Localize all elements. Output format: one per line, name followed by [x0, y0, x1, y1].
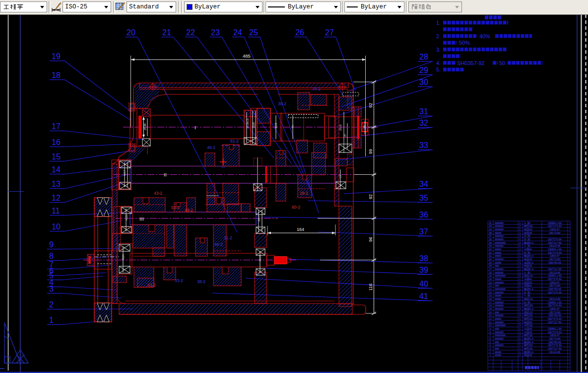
svg-text:85: 85 [363, 125, 366, 128]
svg-text:38: 38 [489, 231, 492, 234]
svg-text:6: 6 [520, 284, 521, 287]
svg-text:2: 2 [520, 224, 521, 227]
svg-text:1: 1 [520, 347, 521, 350]
svg-text:WWWW: WWWW [495, 244, 504, 247]
svg-text:50%.: 50%. [459, 40, 471, 46]
svg-text:38: 38 [419, 254, 428, 263]
svg-text:12: 12 [489, 317, 492, 320]
svg-text:16: 16 [489, 304, 492, 307]
svg-text:15: 15 [489, 307, 492, 310]
svg-text:99: 99 [368, 149, 373, 154]
svg-text:45: 45 [523, 264, 526, 267]
svg-text:4: 4 [490, 344, 491, 347]
svg-text:4: 4 [520, 314, 521, 317]
svg-text:33-2: 33-2 [175, 278, 183, 283]
svg-text:2530: 2530 [252, 122, 255, 128]
svg-text:45: 45 [523, 241, 526, 244]
svg-text:WWW: WWW [495, 248, 502, 251]
svg-text:4020: 4020 [125, 215, 128, 221]
svg-text:GB93-87: GB93-87 [550, 254, 560, 257]
svg-text:6: 6 [520, 238, 521, 241]
svg-text:45: 45 [523, 268, 526, 271]
svg-text:5: 5 [490, 341, 491, 344]
svg-text:46: 46 [523, 258, 526, 261]
svg-text:28-2: 28-2 [300, 191, 308, 196]
svg-text:46: 46 [523, 228, 526, 231]
svg-text:1: 1 [49, 316, 54, 324]
svg-text:25: 25 [489, 274, 492, 277]
svg-text:4: 4 [520, 241, 521, 244]
svg-text:WWWW: WWWW [495, 222, 504, 224]
svg-text:4: 4 [524, 261, 526, 264]
svg-text:WWWW: WWWW [495, 291, 504, 294]
svg-text:WWW: WWW [495, 298, 502, 300]
svg-text:WWWW: WWWW [495, 321, 504, 324]
svg-text:1: 1 [520, 321, 521, 324]
svg-text:25: 25 [523, 337, 526, 340]
svg-text:WW: WW [495, 284, 499, 287]
svg-text:30: 30 [419, 78, 428, 86]
svg-text:31: 31 [419, 107, 428, 116]
svg-text:WWWW: WWWW [495, 268, 504, 271]
svg-text:46-2: 46-2 [214, 242, 223, 247]
svg-text:GB/T276-84: GB/T276-84 [548, 251, 562, 254]
svg-text:20: 20 [343, 134, 346, 137]
svg-text:32: 32 [489, 251, 492, 254]
svg-text:Q235: Q235 [526, 264, 532, 267]
svg-text:GB/T276-84: GB/T276-84 [548, 278, 562, 281]
svg-text:45: 45 [523, 354, 526, 357]
svg-text:13: 13 [489, 314, 492, 317]
svg-text:1: 1 [520, 341, 521, 344]
svg-text:WWW: WWW [495, 351, 502, 354]
svg-text:GB894.1-86: GB894.1-86 [548, 248, 562, 251]
svg-text:24: 24 [233, 28, 242, 37]
svg-text:37: 37 [489, 234, 492, 237]
svg-text:25: 25 [523, 298, 526, 300]
svg-text:31: 31 [489, 254, 492, 257]
svg-text:2530: 2530 [143, 123, 146, 130]
svg-text:39: 39 [419, 266, 428, 274]
svg-text:65Mn: 65Mn [526, 278, 532, 281]
svg-text:I: I [195, 125, 196, 130]
svg-text:M25: M25 [274, 123, 277, 128]
svg-text:36: 36 [419, 211, 428, 219]
svg-text:1: 1 [520, 301, 521, 304]
svg-text:2: 2 [520, 264, 521, 267]
svg-text:6: 6 [520, 337, 521, 340]
svg-text:WWWWW: WWWWW [495, 241, 506, 244]
svg-text:25: 25 [523, 304, 526, 307]
svg-text:GB5783-86: GB5783-86 [548, 314, 561, 317]
svg-text:45: 45 [527, 251, 530, 254]
svg-text:36: 36 [489, 238, 492, 241]
svg-text:4: 4 [524, 271, 526, 274]
svg-text:40: 40 [419, 280, 428, 288]
svg-text:65Mn: 65Mn [526, 284, 532, 287]
svg-text:20: 20 [127, 28, 135, 37]
svg-text:II: II [164, 172, 167, 177]
svg-text:14: 14 [489, 311, 492, 314]
svg-text:21: 21 [489, 288, 492, 291]
svg-text:20: 20 [489, 291, 492, 294]
svg-text:GB894.1-86: GB894.1-86 [548, 222, 562, 224]
svg-text:29: 29 [489, 261, 492, 264]
svg-text:22: 22 [489, 284, 492, 287]
svg-text:92: 92 [368, 194, 373, 199]
svg-text:M16x15: M16x15 [246, 118, 249, 128]
svg-text:15: 15 [52, 152, 61, 161]
svg-text:50: 50 [499, 60, 505, 66]
svg-text:19: 19 [52, 52, 61, 61]
svg-text:Q235: Q235 [526, 354, 532, 357]
svg-text:21: 21 [162, 28, 171, 37]
svg-text:3015: 3015 [259, 255, 261, 261]
svg-text:WWW: WWW [495, 294, 502, 297]
svg-text:WW: WW [495, 311, 499, 314]
svg-text:GB/T276-84: GB/T276-84 [548, 304, 562, 307]
svg-text:28: 28 [489, 264, 492, 267]
svg-text:1: 1 [520, 222, 521, 224]
svg-text:45: 45 [527, 222, 530, 224]
svg-text:GB93-87: GB93-87 [550, 228, 560, 231]
svg-text:38-2: 38-2 [197, 279, 205, 284]
svg-text:1: 1 [520, 327, 521, 330]
svg-text:6: 6 [520, 281, 521, 284]
svg-text:2.: 2. [436, 33, 441, 39]
